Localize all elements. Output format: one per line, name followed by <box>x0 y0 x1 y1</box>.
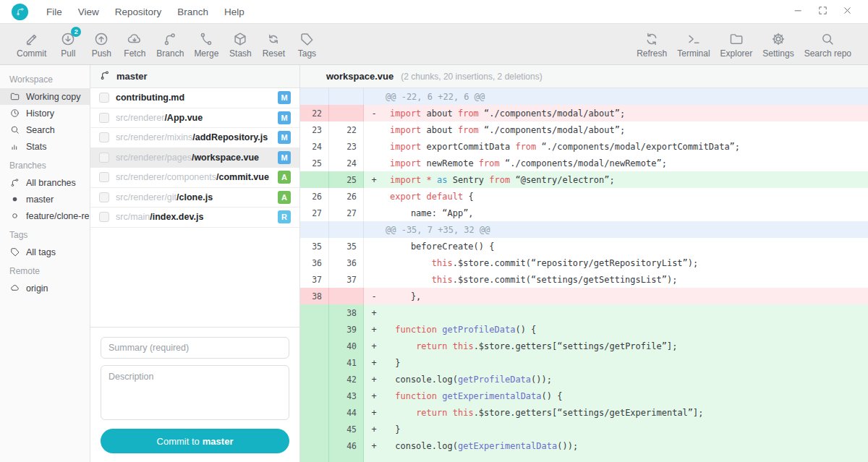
new-line-number: 43 <box>329 388 364 404</box>
file-row-clone-js[interactable]: src/renderer/git/clone.jsA <box>90 188 299 208</box>
toolbar-branch-button[interactable]: Branch <box>151 30 189 59</box>
new-line-number: 35 <box>329 238 364 254</box>
old-line-number: 27 <box>300 205 329 221</box>
toolbar-label: Explorer <box>720 48 753 59</box>
new-line-number <box>329 221 364 238</box>
toolbar-pull-button[interactable]: 2Pull <box>51 30 85 59</box>
new-line-number <box>329 105 364 121</box>
sidebar-item-label: Search <box>26 125 55 135</box>
file-checkbox[interactable] <box>99 172 109 182</box>
description-input[interactable] <box>101 365 289 420</box>
toolbar-explorer-button[interactable]: Explorer <box>715 30 758 59</box>
file-checkbox[interactable] <box>99 93 109 103</box>
sidebar-item-origin[interactable]: origin <box>0 280 90 296</box>
toolbar-fetch-button[interactable]: Fetch <box>118 30 151 59</box>
old-line-number <box>300 371 329 388</box>
sidebar-item-master[interactable]: master <box>0 191 90 208</box>
old-line-number <box>300 338 329 354</box>
window-controls <box>786 5 859 19</box>
file-row-index-dev-js[interactable]: src/main/index.dev.jsR <box>90 208 299 228</box>
diff-code: -import about from “./components/modal/a… <box>364 105 868 121</box>
file-checkbox[interactable] <box>99 212 109 222</box>
file-row-commit-vue[interactable]: src/renderer/components/commit.vueA <box>90 168 299 188</box>
old-line-number: 37 <box>300 271 329 288</box>
toolbar-reset-button[interactable]: Reset <box>257 30 290 59</box>
toolbar-refresh-button[interactable]: Refresh <box>631 30 672 59</box>
diff-row: 3636 this.$store.commit(“repository/getR… <box>300 254 868 271</box>
toolbar-push-button[interactable]: Push <box>85 30 118 59</box>
file-row-workspace-vue[interactable]: src/renderer/pages/workspace.vueM <box>90 148 299 168</box>
sidebar-item-label: All branches <box>26 178 76 188</box>
diff-code: + function getExperimentalData() { <box>364 388 868 404</box>
current-branch-label: master <box>116 71 148 82</box>
sidebar-item-stats[interactable]: Stats <box>0 138 90 155</box>
menu-file[interactable]: File <box>38 7 70 17</box>
sidebar-item-search[interactable]: Search <box>0 121 90 138</box>
file-checkbox[interactable] <box>99 192 109 202</box>
diff-code: + console.log(getProfileData()); <box>364 371 868 388</box>
toolbar-merge-button[interactable]: Merge <box>189 30 224 59</box>
commit-button-label: Commit to <box>157 436 200 447</box>
diff-stats: (2 chunks, 20 insertions, 2 deletions) <box>401 72 542 82</box>
toolbar-stash-button[interactable]: Stash <box>224 30 257 59</box>
sidebar-item-feature-clone-re[interactable]: feature/clone-re... <box>0 208 90 224</box>
refresh-icon <box>644 30 660 48</box>
diff-code: this.$store.commit(“settings/getSettings… <box>364 271 868 288</box>
menu-view[interactable]: View <box>70 7 107 17</box>
sidebar-item-all-branches[interactable]: All branches <box>0 174 90 191</box>
diff-row: 3535 beforeCreate() { <box>300 238 868 254</box>
menu-help[interactable]: Help <box>216 7 252 17</box>
summary-input[interactable] <box>101 337 289 359</box>
new-line-number: 23 <box>329 138 364 155</box>
file-checkbox[interactable] <box>99 153 109 163</box>
reset-icon <box>265 30 281 48</box>
new-line-number: 24 <box>329 155 364 171</box>
toolbar-label: Fetch <box>124 48 145 59</box>
diff-panel: workspace.vue (2 chunks, 20 insertions, … <box>300 65 868 462</box>
file-row-app-vue[interactable]: src/renderer/App.vueM <box>90 108 299 129</box>
file-path: src/main/index.dev.js <box>116 212 271 222</box>
new-line-number: 27 <box>329 205 364 221</box>
file-checkbox[interactable] <box>99 113 109 123</box>
new-line-number: 44 <box>329 404 364 421</box>
diff-row: 45+ } <box>300 421 868 437</box>
stats-icon <box>9 141 20 152</box>
commit-button[interactable]: Commit to master <box>101 429 289 453</box>
toolbar-tags-button[interactable]: Tags <box>290 30 323 59</box>
diff-row: 2727 name: “App”, <box>300 205 868 221</box>
stash-icon <box>232 30 248 48</box>
diff-code: + console.log(getExperimentalData()); <box>364 437 868 454</box>
file-row-contributing-md[interactable]: contributing.mdM <box>90 88 299 108</box>
toolbar-settings-button[interactable]: Settings <box>757 30 799 59</box>
old-line-number: 26 <box>300 188 329 205</box>
diff-row: 42+ console.log(getProfileData()); <box>300 371 868 388</box>
folder-icon <box>9 91 20 102</box>
minimize-button[interactable] <box>786 5 810 19</box>
sidebar-item-all-tags[interactable]: All tags <box>0 244 90 260</box>
toolbar-terminal-button[interactable]: Terminal <box>672 30 715 59</box>
new-line-number: 38 <box>329 304 364 321</box>
toolbar-commit-button[interactable]: Commit <box>12 30 51 59</box>
toolbar-search-repo-button[interactable]: Search repo <box>799 30 856 59</box>
diff-row: 2626export default { <box>300 188 868 205</box>
diff-marker: - <box>367 108 381 119</box>
menu-bar: FileViewRepositoryBranchHelp <box>0 0 868 23</box>
close-button[interactable] <box>835 5 859 19</box>
maximize-button[interactable] <box>810 5 835 19</box>
diff-code: import newRemote from “./components/moda… <box>364 155 868 171</box>
file-checkbox[interactable] <box>99 132 109 142</box>
file-row-addrepository-js[interactable]: src/renderer/mixins/addRepository.jsM <box>90 128 299 148</box>
diff-marker: + <box>367 408 381 418</box>
sidebar-section-remote: Remote <box>0 260 90 280</box>
diff-code: import about from “./components/modal/ab… <box>364 121 868 138</box>
sidebar-item-history[interactable]: History <box>0 105 90 121</box>
diff-marker: + <box>367 375 381 385</box>
dot-filled-icon <box>9 194 20 205</box>
diff-code: - }, <box>364 288 868 304</box>
sidebar-item-label: All tags <box>26 247 56 257</box>
menu-repository[interactable]: Repository <box>107 7 170 17</box>
menu-branch[interactable]: Branch <box>169 7 216 17</box>
sidebar-item-working-copy[interactable]: Working copy <box>0 88 90 105</box>
diff-row: 38+ <box>300 304 868 321</box>
minimize-icon <box>793 5 804 19</box>
